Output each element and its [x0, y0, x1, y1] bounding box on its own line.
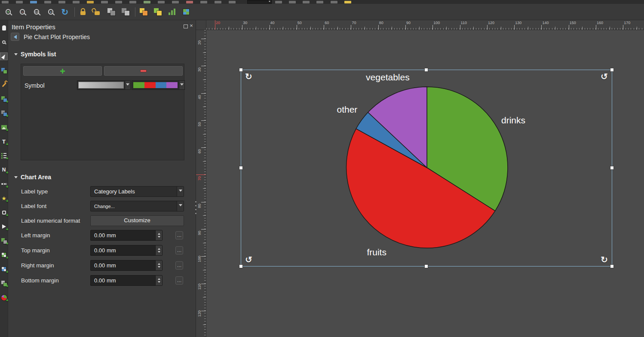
add-html-icon[interactable]: +: [0, 280, 7, 287]
lower-items-icon[interactable]: [152, 6, 163, 18]
resize-handle[interactable]: [239, 166, 243, 170]
data-defined-override-button[interactable]: …: [175, 246, 183, 254]
truncated-icon[interactable]: [275, 1, 282, 3]
resize-handle[interactable]: [610, 264, 614, 268]
left-margin-spinbox[interactable]: 0.00 mm: [90, 230, 163, 241]
truncated-icon[interactable]: [16, 1, 23, 3]
symbols-list-section-header[interactable]: Symbols list: [14, 51, 56, 58]
add-arrow-icon[interactable]: +: [0, 223, 7, 230]
spin-buttons[interactable]: [155, 245, 162, 255]
resize-handle[interactable]: [424, 68, 428, 72]
float-panel-icon[interactable]: [184, 25, 188, 28]
label-type-dropdown[interactable]: Category Labels: [90, 186, 184, 197]
truncated-icon[interactable]: [30, 1, 37, 3]
data-defined-override-button[interactable]: …: [175, 276, 183, 285]
layout-canvas[interactable]: drinksfruitsothervegetables ↻ ↻ ↻ ↻: [206, 30, 644, 337]
toolbar-dropdown-truncated[interactable]: [247, 0, 272, 4]
chart-area-section-header[interactable]: Chart Area: [14, 174, 51, 181]
add-3d-map-icon[interactable]: +: [0, 110, 7, 116]
rotate-handle-icon[interactable]: ↻: [601, 72, 608, 81]
add-node-item-icon[interactable]: +: [0, 237, 7, 244]
add-fixed-table-icon[interactable]: +: [0, 266, 7, 273]
label-font-dropdown[interactable]: Change...: [90, 201, 184, 211]
add-chart-icon[interactable]: +: [0, 294, 7, 301]
resize-handle[interactable]: [239, 264, 243, 268]
truncated-icon[interactable]: [229, 1, 236, 3]
dropdown-arrow-icon[interactable]: [125, 81, 130, 89]
close-panel-icon[interactable]: ×: [189, 23, 194, 28]
truncated-icon[interactable]: [186, 1, 193, 3]
unlock-all-items-icon[interactable]: [92, 6, 103, 18]
refresh-icon[interactable]: ↻: [59, 6, 71, 18]
truncated-icon[interactable]: [303, 1, 310, 3]
bottom-margin-spinbox[interactable]: 0.00 mm: [90, 275, 163, 286]
spin-buttons[interactable]: [155, 276, 162, 285]
edit-nodes-tool-icon[interactable]: [0, 81, 7, 88]
truncated-icon[interactable]: [344, 1, 351, 3]
pan-tool-icon[interactable]: [0, 25, 7, 31]
color-ramp-dropdown[interactable]: [132, 80, 185, 90]
zoom-out-icon[interactable]: −: [17, 6, 28, 18]
add-marker-icon[interactable]: ★+: [0, 195, 7, 202]
top-margin-spinbox[interactable]: 0.00 mm: [90, 245, 163, 256]
add-north-arrow-icon[interactable]: N+: [0, 166, 7, 173]
symbol-style-dropdown[interactable]: [77, 80, 131, 90]
truncated-icon[interactable]: [331, 1, 337, 3]
add-attribute-table-icon[interactable]: +: [0, 251, 7, 258]
group-items-icon[interactable]: [106, 6, 117, 18]
lock-items-icon[interactable]: [77, 6, 89, 18]
truncated-icon[interactable]: [115, 1, 122, 3]
truncated-icon[interactable]: [2, 1, 9, 3]
add-scalebar-icon[interactable]: +: [0, 181, 7, 187]
truncated-icon[interactable]: [44, 1, 51, 3]
select-move-item-tool-icon[interactable]: [0, 53, 7, 60]
spin-buttons[interactable]: [155, 230, 162, 240]
zoom-tool-icon[interactable]: [0, 39, 7, 46]
remove-symbol-button[interactable]: [104, 66, 183, 76]
panel-splitter[interactable]: [194, 201, 197, 218]
right-margin-spinbox[interactable]: 0.00 mm: [90, 260, 163, 271]
data-defined-override-button[interactable]: …: [175, 261, 183, 270]
add-legend-icon[interactable]: +: [0, 152, 7, 159]
rotate-handle-icon[interactable]: ↻: [245, 72, 252, 81]
panel-title: Item Properties: [12, 23, 55, 31]
ungroup-items-icon[interactable]: [120, 6, 131, 18]
distribute-items-icon[interactable]: [181, 6, 192, 18]
truncated-icon[interactable]: [158, 1, 165, 3]
data-defined-override-button[interactable]: …: [175, 231, 183, 239]
truncated-icon[interactable]: [129, 1, 136, 3]
resize-handle[interactable]: [239, 68, 243, 72]
align-items-icon[interactable]: [166, 6, 178, 18]
truncated-icon[interactable]: [87, 1, 94, 3]
bottom-margin-row: Bottom margin0.00 mm…: [8, 275, 196, 286]
truncated-icon[interactable]: [215, 1, 221, 3]
resize-handle[interactable]: [424, 264, 428, 268]
zoom-in-icon[interactable]: +: [3, 6, 14, 18]
add-map-icon[interactable]: +: [0, 95, 7, 102]
back-button[interactable]: [11, 33, 19, 41]
resize-handle[interactable]: [610, 68, 614, 72]
truncated-icon[interactable]: [200, 1, 207, 3]
resize-handle[interactable]: [610, 166, 614, 170]
add-picture-icon[interactable]: +: [0, 124, 7, 131]
selection-frame[interactable]: ↻ ↻ ↻ ↻: [241, 70, 612, 267]
add-shape-icon[interactable]: +: [0, 209, 7, 216]
add-label-icon[interactable]: T+: [0, 138, 7, 145]
zoom-actual-icon[interactable]: 1:1: [31, 6, 42, 18]
dropdown-arrow-icon[interactable]: [179, 81, 184, 89]
add-symbol-button[interactable]: [23, 66, 102, 76]
truncated-icon[interactable]: [172, 1, 179, 3]
move-item-content-tool-icon[interactable]: [0, 67, 7, 74]
truncated-icon[interactable]: [101, 1, 108, 3]
zoom-full-icon[interactable]: ▪: [45, 6, 56, 18]
spin-buttons[interactable]: [155, 260, 162, 270]
truncated-icon[interactable]: [144, 1, 150, 3]
truncated-icon[interactable]: [73, 1, 80, 3]
raise-items-icon[interactable]: [138, 6, 149, 18]
truncated-icon[interactable]: [289, 1, 296, 3]
rotate-handle-icon[interactable]: ↻: [245, 255, 252, 264]
customize-button[interactable]: Customize: [90, 215, 184, 226]
truncated-icon[interactable]: [58, 1, 65, 3]
rotate-handle-icon[interactable]: ↻: [601, 255, 608, 264]
truncated-icon[interactable]: [316, 1, 323, 3]
